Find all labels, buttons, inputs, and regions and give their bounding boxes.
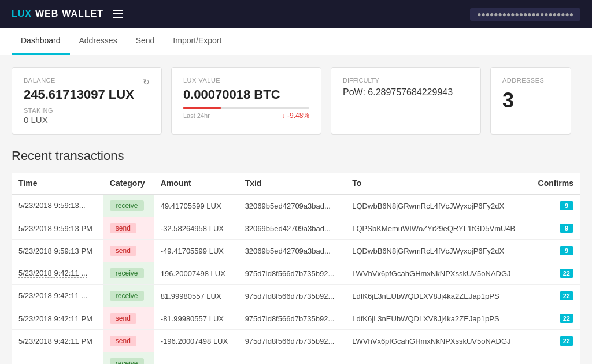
tx-amount: 81.99980557 LUX (154, 285, 238, 307)
app-header: LUX WEB WALLET ●●●●●●●●●●●●●●●●●●●●●●● (0, 0, 592, 28)
logo-lux: LUX (12, 9, 32, 19)
difficulty-card: Difficulty PoW: 6.289757684229943 (331, 67, 481, 135)
tx-txid (238, 352, 346, 365)
table-row: 5/23/2018 9:59:13... receive 49.41705599… (12, 194, 580, 217)
confirms-badge: 22 (560, 314, 574, 323)
tx-amount: -81.99980557 LUX (154, 307, 238, 330)
tx-confirms: 22 (529, 262, 580, 285)
main-nav: Dashboard Addresses Send Import/Export (0, 28, 592, 55)
transactions-table: Time Category Amount Txid To Confirms 5/… (12, 173, 580, 364)
nav-import-export[interactable]: Import/Export (164, 28, 231, 55)
confirms-badge: 22 (560, 269, 574, 278)
lux-value-amount: 0.00070018 BTC (183, 87, 309, 102)
confirms-badge: 9 (560, 246, 574, 255)
tx-txid: 975d7ld8f566d7b735b92... (238, 307, 346, 330)
transactions-section: Recent transactions Time Category Amount… (12, 148, 580, 364)
tx-to (345, 352, 529, 365)
table-row: 5/23/2018 9:42:11 PM send -81.99980557 L… (12, 307, 580, 330)
change-value: ↓ -9.48% (282, 112, 309, 120)
logo: LUX WEB WALLET (12, 9, 103, 19)
addresses-label: ADDRESSES (502, 77, 559, 84)
hamburger-menu[interactable] (113, 10, 123, 18)
nav-addresses[interactable]: Addresses (70, 28, 127, 55)
lux-value-card: LUX VALUE 0.00070018 BTC Last 24hr ↓ -9.… (171, 67, 321, 135)
addresses-value: 3 (502, 88, 559, 113)
tx-time-value: 5/23/2018 9:42:11 PM (18, 314, 92, 323)
tx-confirms (529, 352, 580, 365)
confirms-badge: 9 (560, 224, 574, 233)
col-amount: Amount (154, 173, 238, 194)
tx-txid: 32069b5ed42709a3bad... (238, 217, 346, 240)
logo-wallet: WALLET (62, 9, 103, 19)
category-badge: receive (110, 291, 144, 301)
col-time: Time (12, 173, 103, 194)
balance-value: 245.61713097 LUX (24, 87, 150, 102)
tx-to: LdfK6jL3nEUbWQDLXV8Jj4ka2ZEJap1pPS (345, 307, 529, 330)
tx-time-value: 5/23/2018 9:59:13... (18, 201, 86, 210)
tx-confirms: 22 (529, 330, 580, 352)
tx-category: send (103, 330, 154, 352)
tx-amount (154, 352, 238, 365)
col-category: Category (103, 173, 154, 194)
addresses-card: ADDRESSES 3 (490, 67, 571, 135)
tx-time: 5/23/2018 9:42:11 ... (12, 262, 103, 285)
category-badge: receive (110, 358, 144, 364)
table-row: 5/23/2018 9:42:11 PM send -196.20007498 … (12, 330, 580, 352)
tx-txid: 975d7ld8f566d7b735b92... (238, 285, 346, 307)
lux-progress-bar (183, 107, 309, 109)
transactions-title: Recent transactions (12, 148, 580, 164)
tx-to: LQDwbB6N8jGRwmRcL4fVcJWyxojP6Fy2dX (345, 194, 529, 217)
header-address: ●●●●●●●●●●●●●●●●●●●●●●● (470, 8, 580, 21)
tx-txid: 32069b5ed42709a3bad... (238, 194, 346, 217)
balance-card: BALANCE ↻ 245.61713097 LUX STAKING 0 LUX (12, 67, 162, 135)
tx-time: 5/23/2018 9:59:13 PM (12, 240, 103, 262)
tx-time-value: 5/23/2018 9:42:11 ... (18, 291, 87, 300)
tx-time: ... (12, 352, 103, 365)
table-header-row: Time Category Amount Txid To Confirms (12, 173, 580, 194)
tx-time-value: 5/23/2018 9:59:13 PM (18, 224, 92, 233)
table-row: ... receive (12, 352, 580, 365)
tx-time: 5/23/2018 9:42:11 PM (12, 330, 103, 352)
tx-txid: 32069b5ed42709a3bad... (238, 240, 346, 262)
difficulty-label: Difficulty (343, 77, 469, 84)
category-badge: send (110, 313, 136, 324)
tx-amount: -32.58264958 LUX (154, 217, 238, 240)
table-row: 5/23/2018 9:42:11 ... receive 81.9998055… (12, 285, 580, 307)
lux-progress-fill (183, 107, 221, 109)
tx-category: receive (103, 262, 154, 285)
tx-to: LWVhVx6pfGcahGHmxNkNPXsskUV5oNADGJ (345, 262, 529, 285)
tx-to: LdfK6jL3nEUbWQDLXV8Jj4ka2ZEJap1pPS (345, 285, 529, 307)
tx-txid: 975d7ld8f566d7b735b92... (238, 262, 346, 285)
balance-label: BALANCE (24, 77, 56, 84)
stats-row: BALANCE ↻ 245.61713097 LUX STAKING 0 LUX… (12, 67, 580, 135)
tx-category: receive (103, 285, 154, 307)
tx-time-value: 5/23/2018 9:42:11 PM (18, 337, 92, 346)
nav-send[interactable]: Send (127, 28, 164, 55)
tx-category: send (103, 240, 154, 262)
tx-time: 5/23/2018 9:42:11 ... (12, 285, 103, 307)
category-badge: receive (110, 200, 144, 211)
tx-time-value: ... (18, 359, 25, 364)
tx-time: 5/23/2018 9:59:13... (12, 194, 103, 217)
staking-label: STAKING (24, 107, 150, 114)
category-badge: receive (110, 268, 144, 278)
logo-web: WEB (35, 9, 58, 19)
tx-amount: -196.20007498 LUX (154, 330, 238, 352)
tx-amount: 196.20007498 LUX (154, 262, 238, 285)
nav-dashboard[interactable]: Dashboard (12, 28, 70, 55)
category-badge: send (110, 336, 136, 346)
col-confirms: Confirms (529, 173, 580, 194)
tx-confirms: 22 (529, 285, 580, 307)
tx-txid: 975d7ld8f566d7b735b92... (238, 330, 346, 352)
difficulty-value: PoW: 6.289757684229943 (343, 87, 469, 98)
tx-confirms: 9 (529, 194, 580, 217)
tx-time-value: 5/23/2018 9:42:11 ... (18, 269, 87, 278)
tx-time: 5/23/2018 9:42:11 PM (12, 307, 103, 330)
tx-confirms: 9 (529, 240, 580, 262)
col-to: To (345, 173, 529, 194)
tx-amount: 49.41705599 LUX (154, 194, 238, 217)
refresh-icon[interactable]: ↻ (143, 77, 150, 87)
header-right: ●●●●●●●●●●●●●●●●●●●●●●● (470, 9, 580, 18)
tx-to: LWVhVx6pfGcahGHmxNkNPXsskUV5oNADGJ (345, 330, 529, 352)
lux-value-label: LUX VALUE (183, 77, 309, 84)
